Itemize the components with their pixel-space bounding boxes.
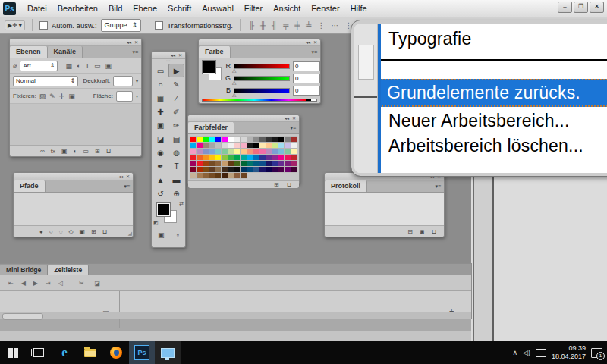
brush-tool[interactable]: ✐ [168,105,184,118]
file-explorer-taskbar-button[interactable] [77,341,103,364]
quick-mask-button[interactable]: ▣ [158,231,165,239]
color-swatch[interactable] [241,173,246,178]
delete-swatch-icon[interactable]: ⊔ [287,181,291,188]
lock-pixels-icon[interactable]: ✎ [49,93,55,100]
rotate-view-tool[interactable]: ↺ [153,187,168,200]
color-swatch[interactable] [228,155,234,160]
color-swatch[interactable] [215,167,221,172]
color-swatch[interactable] [190,149,196,154]
align-horizontal-centers-icon[interactable]: ╫ [259,21,267,30]
color-swatch[interactable] [203,161,209,166]
delete-layer-icon[interactable]: ⊔ [106,148,111,155]
color-swatch[interactable] [259,167,265,172]
color-swatch[interactable] [197,173,202,178]
color-swatch[interactable] [241,143,246,148]
color-swatch[interactable] [247,143,253,148]
crop-tool[interactable]: ▦ [153,91,168,105]
move-tool[interactable]: ▶ [168,64,184,77]
filter-type-layers-icon[interactable]: T [85,62,90,70]
color-swatch[interactable] [228,143,234,148]
menubar-item[interactable]: Auswahl [197,1,239,17]
menubar-item[interactable]: Bearbeiten [52,1,103,17]
color-swatch[interactable] [291,167,297,172]
spectrum-white[interactable] [311,99,316,101]
action-center-icon[interactable]: 1 [591,348,602,358]
panel-menu-icon[interactable]: ▾≡ [121,181,133,192]
color-swatch[interactable] [197,136,202,142]
edge-taskbar-button[interactable]: e [52,341,77,364]
color-swatch[interactable] [197,143,202,148]
tab-zeitleiste[interactable]: Zeitleiste [48,265,89,275]
dodge-tool[interactable]: ◍ [168,146,184,159]
foreground-color-swatch[interactable] [203,61,215,74]
color-swatch[interactable] [234,173,240,178]
new-layer-icon[interactable]: ⊞ [95,148,100,155]
menubar-item[interactable]: Datei [22,1,52,17]
color-swatch[interactable] [222,136,227,142]
filter-pixel-layers-icon[interactable]: ▦ [65,62,72,70]
new-swatch-icon[interactable]: ⊞ [274,181,279,188]
load-path-selection-icon[interactable]: ◌ [59,228,63,235]
align-right-edges-icon[interactable]: ╢ [270,21,278,30]
paths-list[interactable] [14,193,133,225]
color-swatch[interactable] [209,161,215,166]
color-swatch[interactable] [203,136,209,142]
color-swatch[interactable] [215,136,221,142]
color-swatch[interactable] [266,149,272,154]
next-frame-button[interactable]: ⇥ [43,278,53,288]
volume-icon[interactable]: ◁) [523,349,530,356]
menu-separator[interactable] [381,59,607,61]
adjustment-layer-icon[interactable]: ◐ [74,148,77,155]
color-swatch[interactable] [234,149,240,154]
slider-thumb[interactable]: △ [232,92,236,98]
color-swatch[interactable] [215,173,221,178]
close-icon[interactable]: ✕ [313,39,317,46]
slider-value-field[interactable]: 0 [293,74,320,83]
slider-track[interactable]: △ [234,76,290,81]
color-swatch[interactable] [291,136,297,142]
color-swatch[interactable] [222,173,227,178]
menu-item-typografie[interactable]: Typografie [381,27,607,52]
color-swatch[interactable] [272,155,278,160]
color-swatch[interactable] [197,161,202,166]
color-swatch[interactable] [203,155,209,160]
slider-track[interactable]: △ [234,64,290,69]
color-swatch[interactable] [197,167,202,172]
color-swatch[interactable] [247,149,253,154]
foreground-color-swatch[interactable] [157,203,170,216]
menubar-item[interactable]: Schrift [162,1,197,17]
color-swatch[interactable] [203,143,209,148]
color-swatch[interactable] [259,155,265,160]
color-swatch[interactable] [190,143,196,148]
menu-item-neuer-arbeitsbereich[interactable]: Neuer Arbeitsbereich... [381,108,607,133]
collapse-icon[interactable]: ◂◂ [127,39,131,46]
new-path-icon[interactable]: ⊞ [91,228,96,235]
color-swatch[interactable] [209,167,215,172]
color-swatch[interactable] [209,149,215,154]
lasso-tool[interactable]: ○ [153,77,168,91]
menubar-item[interactable]: Ansicht [268,1,306,17]
color-swatch[interactable] [285,149,290,154]
color-swatch[interactable] [190,161,196,166]
layer-mask-icon[interactable]: ▣ [61,148,68,155]
slider-thumb[interactable]: △ [232,67,236,74]
color-swatch[interactable] [234,167,240,172]
color-swatch[interactable] [259,161,265,166]
collapse-icon[interactable]: ◂◂ [171,52,175,58]
color-swatch[interactable] [234,136,240,142]
color-swatch[interactable] [209,155,215,160]
filter-smart-objects-icon[interactable]: ▣ [105,62,112,70]
path-selection-tool[interactable]: ▲ [153,173,168,187]
color-swatch[interactable] [285,143,290,148]
tab-kanaele[interactable]: Kanäle [48,46,83,58]
align-bottom-edges-icon[interactable]: ╧ [304,21,313,30]
link-layers-icon[interactable]: ∞ [40,148,45,155]
resize-grip[interactable]: ◢ [128,231,132,237]
new-snapshot-icon[interactable]: ◙ [420,228,424,235]
color-swatch[interactable] [247,167,253,172]
color-swatch[interactable] [228,173,234,178]
swap-colors-icon[interactable]: ⇄ [179,201,184,207]
collapse-icon[interactable]: ◂◂ [285,115,289,121]
color-swatch[interactable] [222,167,227,172]
close-icon[interactable]: ✕ [126,174,130,180]
